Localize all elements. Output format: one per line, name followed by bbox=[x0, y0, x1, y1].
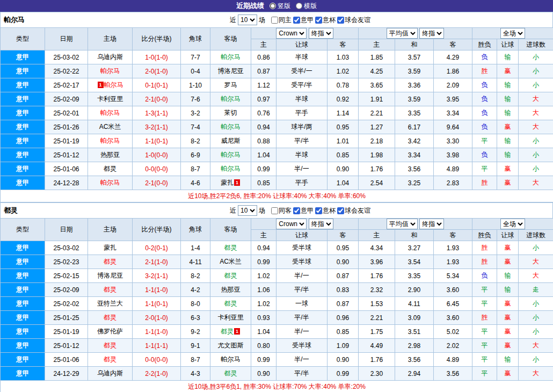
cup-checkbox-input[interactable] bbox=[315, 207, 322, 214]
layout-vertical-option[interactable]: 竖版 bbox=[270, 2, 290, 11]
league-checkbox[interactable]: 意甲 bbox=[293, 16, 314, 25]
date-cell: 25-01-19 bbox=[45, 134, 88, 148]
cup-checkbox[interactable]: 意杯 bbox=[315, 16, 336, 25]
col-goals: 进球数 bbox=[519, 39, 553, 50]
crow-away-odds-cell: 0.87 bbox=[328, 269, 359, 283]
home-team-name: 都灵 bbox=[104, 355, 117, 363]
horizontal-radio[interactable] bbox=[296, 3, 302, 9]
same-venue-checkbox[interactable]: 同客 bbox=[271, 206, 292, 215]
away-team-cell: 帕尔马 bbox=[210, 92, 251, 106]
match-row: 意甲24-12-29乌迪内斯2-2(1-0)4-3都灵0.90平/半0.992.… bbox=[1, 367, 553, 381]
odds-stage-select[interactable]: 终指 bbox=[309, 219, 333, 229]
avg-home-odds-cell: 3.96 bbox=[359, 255, 395, 269]
col-result: 胜负 bbox=[472, 230, 497, 241]
league-checkbox-input[interactable] bbox=[293, 17, 300, 24]
average-select[interactable]: 平均值 bbox=[387, 219, 418, 229]
handicap-result-cell: 赢 bbox=[497, 120, 519, 134]
corner-cell: 8-2 bbox=[181, 134, 210, 148]
home-team-name: 乌迪内斯 bbox=[97, 369, 123, 377]
league-checkbox[interactable]: 意甲 bbox=[293, 206, 314, 215]
avg-draw-odds-cell: 2.94 bbox=[395, 367, 434, 381]
away-team-name: 帕尔马 bbox=[221, 95, 241, 103]
goals-result-cell: 大 bbox=[519, 367, 553, 381]
crow-away-odds-cell: 0.90 bbox=[328, 353, 359, 367]
friendly-checkbox-input[interactable] bbox=[337, 17, 344, 24]
scope-select[interactable]: 全场 bbox=[500, 219, 525, 229]
avg-draw-odds-cell: 3.34 bbox=[395, 148, 434, 162]
crow-away-odds-cell: 1.03 bbox=[328, 50, 359, 64]
date-cell: 25-02-01 bbox=[45, 106, 88, 120]
away-team-name: 帕尔马 bbox=[221, 165, 241, 172]
same-venue-checkbox[interactable]: 同主 bbox=[271, 16, 292, 25]
bookmaker-select[interactable]: Crown bbox=[276, 28, 307, 39]
matches-table: 类型 日期 主场 比分(半场) 角球 客场 Crown 终指 平均值 终指 全场… bbox=[0, 27, 553, 202]
col-odds-home: 主 bbox=[251, 39, 276, 50]
avg-draw-odds-cell: 6.17 bbox=[395, 120, 434, 134]
handicap-result-cell: 赢 bbox=[497, 339, 519, 353]
games-label: 场 bbox=[259, 16, 265, 25]
result-cell: 平 bbox=[472, 162, 497, 176]
date-cell: 25-01-06 bbox=[45, 353, 88, 367]
league-type-cell: 意甲 bbox=[1, 367, 45, 381]
league-checkbox-input[interactable] bbox=[293, 207, 300, 214]
result-cell: 胜 bbox=[472, 311, 497, 325]
crow-home-odds-cell: 1.06 bbox=[251, 283, 276, 297]
match-count-select[interactable]: 10 bbox=[238, 14, 257, 25]
odds-stage-select[interactable]: 终指 bbox=[309, 28, 333, 39]
home-team-cell: 都灵 bbox=[88, 353, 133, 367]
crow-away-odds-cell: 0.95 bbox=[328, 120, 359, 134]
col-odds-handicap: 让球 bbox=[276, 39, 328, 50]
home-team-cell: 都灵 bbox=[88, 283, 133, 297]
score-cell: 2-2(1-0) bbox=[133, 367, 181, 381]
result-cell: 平 bbox=[472, 339, 497, 353]
avg-stage-select[interactable]: 终指 bbox=[419, 219, 444, 229]
bookmaker-select[interactable]: Crown bbox=[276, 219, 307, 229]
crow-home-odds-cell: 0.90 bbox=[251, 367, 276, 381]
vertical-radio[interactable] bbox=[270, 3, 276, 9]
crow-handicap-cell: 半球 bbox=[276, 92, 328, 106]
crow-away-odds-cell: 0.95 bbox=[328, 241, 359, 255]
crow-home-odds-cell: 0.94 bbox=[251, 241, 276, 255]
result-cell: 负 bbox=[472, 148, 497, 162]
date-cell: 25-01-12 bbox=[45, 339, 88, 353]
handicap-result-cell: 输 bbox=[497, 50, 519, 64]
friendly-checkbox-input[interactable] bbox=[337, 207, 344, 214]
result-cell: 胜 bbox=[472, 64, 497, 78]
layout-horizontal-option[interactable]: 横版 bbox=[296, 2, 317, 11]
corner-cell: 6-9 bbox=[181, 148, 210, 162]
result-cell: 平 bbox=[472, 283, 497, 297]
goals-result-cell: 走 bbox=[519, 283, 553, 297]
friendly-checkbox[interactable]: 球会友谊 bbox=[337, 16, 370, 25]
team-section-header: 都灵 近 10 场 同客 意甲 意杯 球会友谊 bbox=[0, 202, 553, 218]
avg-away-odds-cell: 4.89 bbox=[434, 162, 472, 176]
corner-cell: 6-3 bbox=[181, 311, 210, 325]
away-team-cell: 帕尔马 bbox=[210, 162, 251, 176]
cup-checkbox-input[interactable] bbox=[315, 17, 322, 24]
score-cell: 3-2(1-1) bbox=[133, 269, 181, 283]
bookmaker-odds-header: Crown 终指 bbox=[251, 219, 359, 230]
handicap-result-cell: 输 bbox=[497, 134, 519, 148]
cup-checkbox[interactable]: 意杯 bbox=[315, 206, 336, 215]
crow-home-odds-cell: 0.97 bbox=[251, 92, 276, 106]
home-team-name: AC米兰 bbox=[99, 123, 121, 130]
score-cell: 2-1(1-0) bbox=[133, 255, 181, 269]
same-venue-label: 同主 bbox=[279, 16, 292, 25]
corner-cell: 4-11 bbox=[181, 255, 210, 269]
friendly-checkbox[interactable]: 球会友谊 bbox=[337, 206, 370, 215]
same-venue-checkbox-input[interactable] bbox=[271, 207, 278, 214]
same-venue-checkbox-input[interactable] bbox=[271, 17, 278, 24]
home-team-name: 都灵 bbox=[104, 314, 117, 321]
home-team-cell: 热那亚 bbox=[88, 148, 133, 162]
avg-away-odds-cell: 1.93 bbox=[434, 241, 472, 255]
match-count-select[interactable]: 10 bbox=[238, 205, 257, 216]
score-cell: 0-0(0-0) bbox=[133, 162, 181, 176]
away-team-cell: 莱切 bbox=[210, 106, 251, 120]
scope-select[interactable]: 全场 bbox=[500, 28, 525, 39]
average-odds-header: 平均值 终指 bbox=[359, 28, 472, 39]
away-team-name: AC米兰 bbox=[220, 258, 242, 265]
avg-stage-select[interactable]: 终指 bbox=[419, 28, 444, 39]
away-team-cell: 威尼斯 bbox=[210, 134, 251, 148]
crow-handicap-cell: 受平/半 bbox=[276, 78, 328, 92]
corner-cell: 9-2 bbox=[181, 325, 210, 339]
average-select[interactable]: 平均值 bbox=[387, 28, 418, 39]
